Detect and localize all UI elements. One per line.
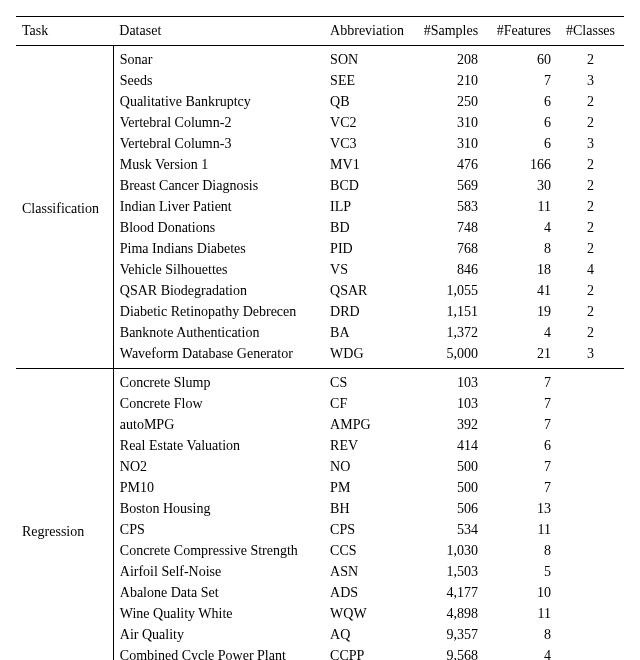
cell-features: 7 xyxy=(484,394,557,415)
cell-dataset: PM10 xyxy=(113,478,324,499)
cell-dataset: Seeds xyxy=(113,71,324,92)
cell-samples: 534 xyxy=(411,520,484,541)
cell-abbr: VS xyxy=(324,260,411,281)
cell-samples: 1,030 xyxy=(411,541,484,562)
cell-features: 7 xyxy=(484,415,557,436)
cell-features: 8 xyxy=(484,541,557,562)
cell-samples: 9,568 xyxy=(411,646,484,661)
cell-abbr: VC3 xyxy=(324,134,411,155)
cell-abbr: BA xyxy=(324,323,411,344)
cell-dataset: Concrete Flow xyxy=(113,394,324,415)
cell-classes xyxy=(557,394,624,415)
cell-dataset: Vertebral Column-2 xyxy=(113,113,324,134)
cell-dataset: Vertebral Column-3 xyxy=(113,134,324,155)
cell-features: 6 xyxy=(484,113,557,134)
cell-samples: 583 xyxy=(411,197,484,218)
cell-abbr: NO xyxy=(324,457,411,478)
cell-classes: 2 xyxy=(557,281,624,302)
cell-samples: 9,357 xyxy=(411,625,484,646)
cell-dataset: Airfoil Self-Noise xyxy=(113,562,324,583)
cell-features: 19 xyxy=(484,302,557,323)
cell-features: 18 xyxy=(484,260,557,281)
cell-dataset: Concrete Slump xyxy=(113,369,324,394)
cell-dataset: CPS xyxy=(113,520,324,541)
cell-features: 7 xyxy=(484,369,557,394)
cell-abbr: CCS xyxy=(324,541,411,562)
cell-dataset: Qualitative Bankruptcy xyxy=(113,92,324,113)
cell-abbr: ILP xyxy=(324,197,411,218)
cell-abbr: BCD xyxy=(324,176,411,197)
cell-classes xyxy=(557,520,624,541)
cell-dataset: Waveform Database Generator xyxy=(113,344,324,369)
cell-dataset: Air Quality xyxy=(113,625,324,646)
cell-abbr: QSAR xyxy=(324,281,411,302)
cell-classes xyxy=(557,436,624,457)
cell-classes: 4 xyxy=(557,260,624,281)
cell-samples: 250 xyxy=(411,92,484,113)
cell-classes xyxy=(557,499,624,520)
cell-abbr: DRD xyxy=(324,302,411,323)
cell-abbr: WDG xyxy=(324,344,411,369)
cell-classes xyxy=(557,604,624,625)
cell-features: 6 xyxy=(484,134,557,155)
datasets-table: Task Dataset Abbreviation #Samples #Feat… xyxy=(16,16,624,660)
cell-features: 11 xyxy=(484,520,557,541)
cell-samples: 500 xyxy=(411,478,484,499)
cell-abbr: CF xyxy=(324,394,411,415)
cell-abbr: WQW xyxy=(324,604,411,625)
cell-dataset: Sonar xyxy=(113,46,324,71)
cell-features: 8 xyxy=(484,239,557,260)
cell-abbr: AMPG xyxy=(324,415,411,436)
cell-features: 11 xyxy=(484,604,557,625)
cell-abbr: MV1 xyxy=(324,155,411,176)
cell-dataset: Boston Housing xyxy=(113,499,324,520)
cell-classes: 2 xyxy=(557,176,624,197)
cell-features: 7 xyxy=(484,478,557,499)
cell-dataset: Pima Indians Diabetes xyxy=(113,239,324,260)
cell-samples: 208 xyxy=(411,46,484,71)
cell-classes: 2 xyxy=(557,218,624,239)
header-samples: #Samples xyxy=(411,17,484,46)
cell-abbr: VC2 xyxy=(324,113,411,134)
cell-features: 8 xyxy=(484,625,557,646)
cell-abbr: ASN xyxy=(324,562,411,583)
cell-classes xyxy=(557,457,624,478)
cell-features: 7 xyxy=(484,457,557,478)
cell-classes xyxy=(557,478,624,499)
cell-samples: 103 xyxy=(411,394,484,415)
cell-features: 11 xyxy=(484,197,557,218)
cell-samples: 768 xyxy=(411,239,484,260)
cell-classes: 2 xyxy=(557,239,624,260)
cell-features: 10 xyxy=(484,583,557,604)
header-classes: #Classes xyxy=(557,17,624,46)
cell-abbr: AQ xyxy=(324,625,411,646)
cell-abbr: ADS xyxy=(324,583,411,604)
cell-classes: 3 xyxy=(557,344,624,369)
cell-samples: 1,503 xyxy=(411,562,484,583)
cell-samples: 500 xyxy=(411,457,484,478)
cell-classes: 3 xyxy=(557,134,624,155)
cell-samples: 1,372 xyxy=(411,323,484,344)
cell-classes: 2 xyxy=(557,302,624,323)
cell-features: 21 xyxy=(484,344,557,369)
cell-samples: 210 xyxy=(411,71,484,92)
table-row: ClassificationSonarSON208602 xyxy=(16,46,624,71)
cell-samples: 4,898 xyxy=(411,604,484,625)
cell-classes: 2 xyxy=(557,323,624,344)
cell-samples: 846 xyxy=(411,260,484,281)
cell-samples: 310 xyxy=(411,113,484,134)
cell-classes: 2 xyxy=(557,197,624,218)
cell-samples: 1,151 xyxy=(411,302,484,323)
cell-samples: 569 xyxy=(411,176,484,197)
header-features: #Features xyxy=(484,17,557,46)
cell-abbr: BH xyxy=(324,499,411,520)
cell-abbr: CS xyxy=(324,369,411,394)
cell-classes: 2 xyxy=(557,92,624,113)
cell-abbr: PID xyxy=(324,239,411,260)
header-abbr: Abbreviation xyxy=(324,17,411,46)
cell-dataset: Real Estate Valuation xyxy=(113,436,324,457)
cell-dataset: QSAR Biodegradation xyxy=(113,281,324,302)
cell-classes: 2 xyxy=(557,155,624,176)
cell-abbr: QB xyxy=(324,92,411,113)
cell-classes xyxy=(557,369,624,394)
